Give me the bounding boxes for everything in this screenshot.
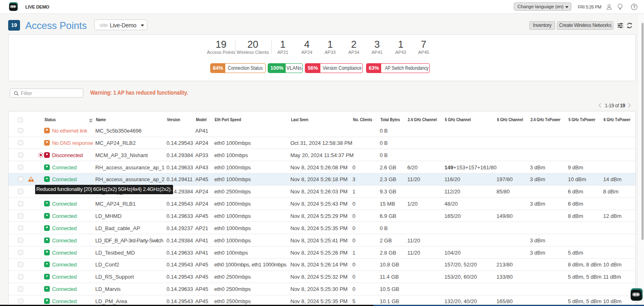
svg-text:?: ? — [633, 5, 635, 9]
